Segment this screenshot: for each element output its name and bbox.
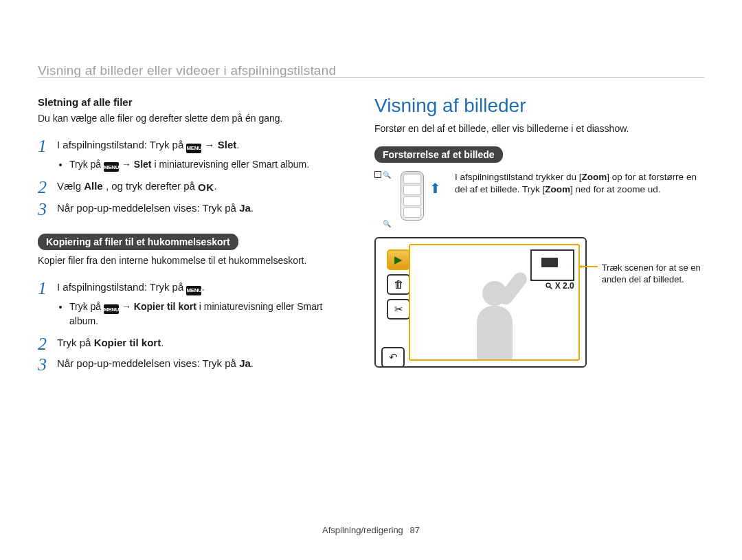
delete-step-1: I afspilningstilstand: Tryk på MENU → Sl… <box>38 135 347 177</box>
screen-toolbar: ▶ 🗑 ✂ <box>387 249 410 320</box>
left-column: Sletning af alle filer Du kan vælge alle… <box>38 96 347 387</box>
zoom-rocker-figure: 🔍 🔍 ⬆ I afspilningstilstand trykker du [… <box>374 171 704 227</box>
callout-leader-line <box>581 266 598 267</box>
page-number: 87 <box>409 525 419 535</box>
right-column: Visning af billeder Forstør en del af et… <box>374 96 704 387</box>
page-footer: Afspilning/redigering 87 <box>0 525 742 535</box>
copy-pill: Kopiering af filer til et hukommelseskor… <box>38 234 238 250</box>
footer-section: Afspilning/redigering <box>322 525 403 535</box>
delete-step-2: Vælg Alle , og tryk derefter på OK. <box>38 176 347 198</box>
arrow-up-icon: ⬆ <box>429 185 441 192</box>
copy-steps: I afspilningstilstand: Tryk på MENU. Try… <box>38 277 347 373</box>
screen-figure-row: ▶ 🗑 ✂ ↶ <box>374 237 704 368</box>
menu-icon: MENU <box>104 162 119 172</box>
trash-icon: 🗑 <box>387 274 410 295</box>
drag-scene-callout: Træk scenen for at se en anden del af bi… <box>594 262 704 286</box>
delete-all-intro: Du kan vælge alle filer og derefter slet… <box>38 112 347 125</box>
svg-point-0 <box>546 283 550 287</box>
menu-icon: MENU <box>186 144 201 153</box>
copy-intro: Kopier filer fra den interne hukommelse … <box>38 254 347 267</box>
zoom-rocker-icon <box>401 171 424 221</box>
zoom-level-badge: X 2.0 <box>545 281 574 291</box>
delete-steps: I afspilningstilstand: Tryk på MENU → Sl… <box>38 135 347 219</box>
delete-all-heading: Sletning af alle filer <box>38 96 347 108</box>
menu-icon: MENU <box>186 286 201 295</box>
menu-icon: MENU <box>104 304 119 314</box>
viewport-frame: X 2.0 <box>409 244 580 361</box>
zoom-pill: Forstørrelse af et billede <box>374 146 503 163</box>
header-divider <box>38 77 704 78</box>
manual-page: Visning af billeder eller videoer i afsp… <box>0 0 742 560</box>
right-intro: Forstør en del af et billede, eller vis … <box>374 122 704 135</box>
copy-step-3: Når pop-up-meddelelsen vises: Tryk på Ja… <box>38 353 347 374</box>
zoom-description: I afspilningstilstand trykker du [Zoom] … <box>455 171 704 196</box>
zoom-in-icon: 🔍 <box>374 171 391 179</box>
zoom-out-icon: 🔍 <box>374 220 391 227</box>
magnifier-icon <box>545 282 553 290</box>
navigator-box-icon <box>530 249 574 281</box>
copy-step-1-note: Tryk på MENU → Kopier til kort i miniatu… <box>69 300 347 328</box>
page-header: Visning af billeder eller videoer i afsp… <box>38 63 704 78</box>
scissors-icon: ✂ <box>387 299 410 320</box>
slideshow-icon: ▶ <box>387 249 410 270</box>
content-columns: Sletning af alle filer Du kan vælge alle… <box>38 96 704 387</box>
delete-step-3: Når pop-up-meddelelsen vises: Tryk på Ja… <box>38 198 347 219</box>
ok-icon: OK <box>198 180 214 195</box>
person-silhouette <box>448 263 537 359</box>
svg-line-1 <box>550 287 552 289</box>
copy-step-1: I afspilningstilstand: Tryk på MENU. Try… <box>38 277 347 333</box>
rocker-labels: 🔍 🔍 <box>374 171 391 227</box>
delete-step-1-note: Tryk på MENU → Slet i miniaturevisning e… <box>69 157 347 172</box>
camera-screen-illustration: ▶ 🗑 ✂ ↶ <box>374 237 587 368</box>
right-title: Visning af billeder <box>374 95 704 117</box>
back-icon: ↶ <box>381 347 405 368</box>
copy-step-2: Tryk på Kopier til kort. <box>38 333 347 353</box>
